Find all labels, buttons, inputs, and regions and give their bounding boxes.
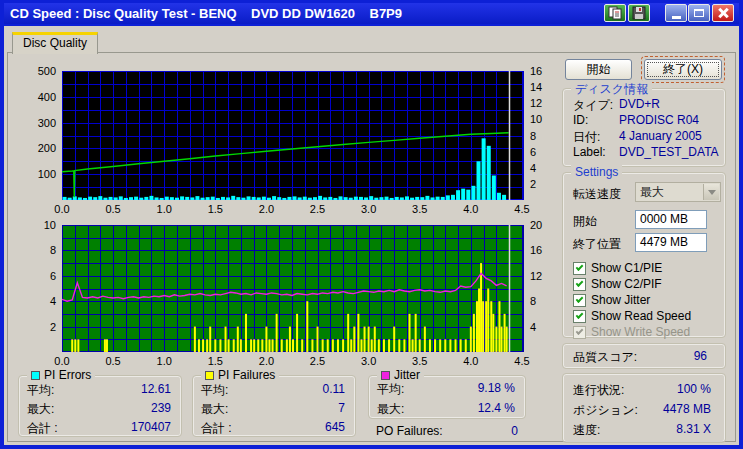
checkbox-label: Show C2/PIF (591, 277, 662, 291)
axis-tick-label: 10 (530, 113, 542, 125)
top-chart-x-axis: 0.00.51.01.52.02.53.03.54.04.5 (62, 203, 524, 215)
jitter-avg-value: 9.18 % (478, 381, 515, 395)
axis-tick-label: 0.5 (105, 355, 120, 367)
checkbox-show-read-speed[interactable]: Show Read Speed (573, 309, 691, 323)
disc-type-label: タイプ: (573, 97, 613, 114)
dropdown-arrow-button[interactable] (703, 184, 719, 200)
check-icon (576, 295, 584, 303)
transfer-speed-label: 転送速度 (573, 186, 621, 203)
disc-date-value: 4 January 2005 (619, 129, 702, 143)
axis-tick-label: 10 (44, 219, 56, 231)
pi-failures-total-value: 645 (325, 420, 345, 434)
transfer-speed-dropdown[interactable]: 最大 (635, 182, 721, 202)
position-value: 4478 MB (663, 402, 711, 416)
start-position-label: 開始 (573, 213, 597, 230)
quality-score-label: 品質スコア: (573, 349, 637, 366)
pi-failures-avg-label: 平均: (201, 382, 228, 399)
axis-tick-label: 3.5 (412, 203, 427, 215)
checkbox-box[interactable] (573, 294, 586, 307)
progress-box: 進行状況: 100 % ポジション: 4478 MB 速度: 8.31 X (562, 373, 726, 443)
axis-tick-label: 1.5 (208, 203, 223, 215)
jitter-max-label: 最大: (377, 401, 404, 418)
quality-score-box: 品質スコア: 96 (562, 343, 726, 369)
axis-tick-label: 12 (530, 97, 542, 109)
pi-errors-total-label: 合計 : (27, 420, 58, 437)
pi-failures-total-label: 合計 : (201, 420, 232, 437)
axis-tick-label: 6 (50, 270, 56, 282)
title-bar: CD Speed : Disc Quality Test - BENQ DVD … (4, 3, 739, 24)
axis-tick-label: 14 (530, 81, 542, 93)
bottom-chart-right-axis: 20161284 (526, 225, 550, 352)
checkbox-box[interactable] (573, 310, 586, 323)
axis-tick-label: 4.0 (463, 203, 478, 215)
close-button[interactable] (712, 4, 734, 22)
maximize-button[interactable] (688, 4, 710, 22)
pi-failures-jitter-chart (62, 225, 524, 352)
tab-disc-quality[interactable]: Disc Quality (12, 32, 98, 54)
pi-errors-avg-label: 平均: (27, 382, 54, 399)
exit-button[interactable]: 終了(X) (644, 59, 722, 80)
axis-tick-label: 1.0 (157, 355, 172, 367)
checkbox-label: Show C1/PIE (591, 261, 662, 275)
settings-title: Settings (571, 165, 622, 179)
axis-tick-label: 4 (530, 321, 536, 333)
axis-tick-label: 200 (38, 142, 56, 154)
save-icon (632, 6, 646, 20)
axis-tick-label: 20 (530, 219, 542, 231)
axis-tick-label: 4.5 (514, 203, 529, 215)
start-position-field[interactable]: 0000 MB (635, 210, 707, 229)
pi-errors-box: PI Errors 平均: 12.61 最大: 239 合計 : 170407 (18, 375, 182, 437)
check-icon (576, 327, 584, 335)
axis-tick-label: 4 (530, 162, 536, 174)
exit-button-halo: 終了(X) (641, 56, 725, 83)
settings-box: Settings 転送速度 最大 開始 0000 MB 終了位置 4479 MB… (562, 172, 726, 338)
jitter-box: Jitter 平均: 9.18 % 最大: 12.4 % (368, 375, 526, 419)
disc-info-title: ディスク情報 (571, 81, 652, 98)
checkbox-label: Show Read Speed (591, 309, 691, 323)
checkbox-show-jitter[interactable]: Show Jitter (573, 293, 650, 307)
pi-failures-box-title: PI Failures (201, 368, 279, 382)
checkbox-show-c2-pif[interactable]: Show C2/PIF (573, 277, 662, 291)
checkbox-box[interactable] (573, 262, 586, 275)
save-button[interactable] (628, 4, 650, 22)
pi-failures-max-value: 7 (338, 401, 345, 415)
axis-tick-label: 3.0 (361, 203, 376, 215)
axis-tick-label: 16 (530, 65, 542, 77)
app-window: CD Speed : Disc Quality Test - BENQ DVD … (0, 0, 743, 449)
jitter-avg-label: 平均: (377, 381, 404, 398)
end-position-field[interactable]: 4479 MB (635, 233, 707, 252)
checkbox-show-c1-pie[interactable]: Show C1/PIE (573, 261, 662, 275)
minimize-icon (672, 16, 681, 19)
checkbox-box[interactable] (573, 278, 586, 291)
axis-tick-label: 1.0 (157, 203, 172, 215)
jitter-legend-icon (381, 371, 390, 380)
pi-errors-max-label: 最大: (27, 401, 54, 418)
pi-errors-avg-value: 12.61 (141, 382, 171, 396)
disc-id-label: ID: (573, 113, 588, 127)
checkbox-box (573, 326, 586, 339)
pi-failures-max-label: 最大: (201, 401, 228, 418)
copy-button[interactable] (604, 4, 626, 22)
axis-tick-label: 4.0 (463, 355, 478, 367)
focus-rectangle (647, 62, 719, 77)
axis-tick-label: 500 (38, 65, 56, 77)
jitter-max-value: 12.4 % (478, 401, 515, 415)
axis-tick-label: 8 (530, 295, 536, 307)
axis-tick-label: 0.0 (54, 355, 69, 367)
axis-tick-label: 2.5 (310, 203, 325, 215)
po-failures-value: 0 (376, 424, 518, 438)
speed-value: 8.31 X (676, 422, 711, 436)
disc-label-label: Label: (573, 145, 606, 159)
checkbox-show-write-speed: Show Write Speed (573, 325, 690, 339)
axis-tick-label: 6 (530, 146, 536, 158)
minimize-button[interactable] (665, 4, 687, 22)
axis-tick-label: 2 (530, 178, 536, 190)
pi-failures-avg-value: 0.11 (323, 382, 345, 396)
pi-errors-chart (62, 71, 524, 200)
check-icon (576, 279, 584, 287)
start-button[interactable]: 開始 (565, 59, 632, 80)
copy-icon (608, 6, 622, 20)
chevron-down-icon (708, 190, 716, 195)
axis-tick-label: 3.5 (412, 355, 427, 367)
axis-tick-label: 2.5 (310, 355, 325, 367)
